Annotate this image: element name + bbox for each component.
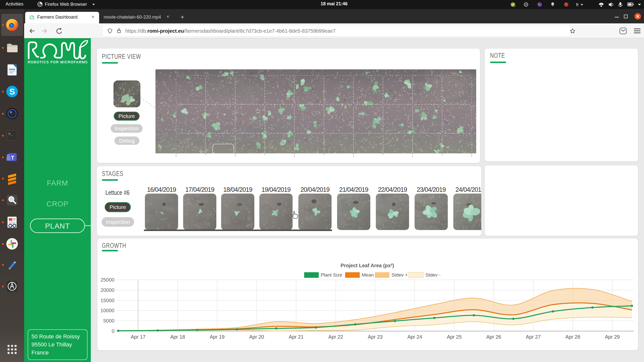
svg-text:25000: 25000: [100, 277, 114, 283]
svg-text:T: T: [11, 155, 14, 161]
svg-text:Project Leaf Area (px²): Project Leaf Area (px²): [341, 263, 394, 268]
svg-text:fr: fr: [576, 2, 579, 7]
svg-text:Apr 22: Apr 22: [328, 334, 343, 340]
svg-text:Apr 18: Apr 18: [170, 334, 185, 340]
svg-text:Stdev +: Stdev +: [391, 272, 408, 278]
svg-text:15000: 15000: [100, 298, 114, 303]
svg-text:Stdev -: Stdev -: [425, 272, 440, 278]
svg-text:Apr 21: Apr 21: [289, 334, 304, 340]
svg-text:Apr 27: Apr 27: [526, 334, 541, 340]
svg-text:Apr 28: Apr 28: [565, 334, 580, 340]
svg-text:Apr 25: Apr 25: [447, 334, 462, 340]
svg-text:Apr 23: Apr 23: [368, 334, 383, 340]
svg-text:0: 0: [112, 328, 114, 334]
svg-text:S: S: [9, 87, 15, 96]
svg-text:5000: 5000: [103, 318, 115, 324]
svg-text:Plant Size: Plant Size: [321, 272, 342, 278]
svg-text:Apr 24: Apr 24: [407, 334, 422, 340]
svg-text:Mean: Mean: [362, 272, 374, 278]
svg-text:10000: 10000: [100, 308, 114, 313]
svg-text:Apr 26: Apr 26: [486, 334, 501, 340]
svg-text:Apr 19: Apr 19: [210, 334, 225, 340]
svg-text:Apr 20: Apr 20: [249, 334, 264, 340]
svg-text:Apr 17: Apr 17: [131, 334, 146, 340]
svg-text:20000: 20000: [100, 287, 114, 293]
svg-text:Apr 29: Apr 29: [605, 334, 620, 340]
svg-text:>_: >_: [8, 132, 13, 136]
